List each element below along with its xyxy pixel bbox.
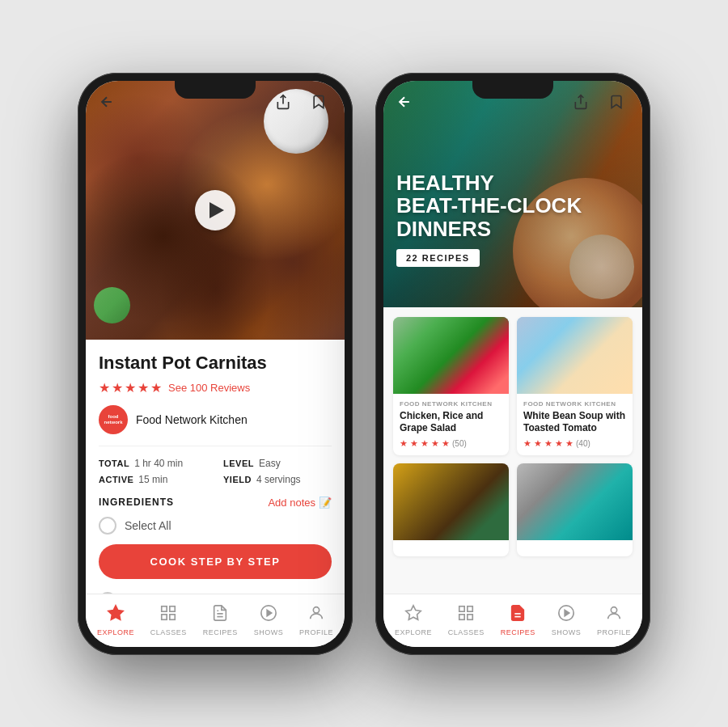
- bottom-nav-1: EXPLORE CLASSES: [86, 594, 345, 647]
- meta-yield: YIELD 4 servings: [223, 474, 332, 485]
- recipes-label-1: RECIPES: [203, 628, 238, 636]
- svg-rect-5: [170, 615, 175, 619]
- star-1: ★: [99, 380, 110, 395]
- svg-rect-2: [162, 607, 167, 611]
- notch-1: [175, 81, 256, 99]
- recipe-card-4[interactable]: [517, 463, 633, 556]
- ingredient-item-1: 3 pounds boneless pork shoulder: [99, 587, 332, 594]
- nav-explore-2[interactable]: EXPLORE: [388, 599, 438, 641]
- card-image-3: [393, 463, 509, 540]
- svg-rect-4: [162, 615, 167, 619]
- classes-icon-2: [457, 604, 475, 626]
- share-button-2[interactable]: [568, 89, 594, 115]
- recipes-icon-1: [211, 604, 229, 626]
- nav-classes-1[interactable]: CLASSES: [144, 599, 193, 641]
- recipe-content: Instant Pot Carnitas ★ ★ ★ ★ ★ See 100 R…: [86, 340, 345, 594]
- star-3: ★: [125, 380, 136, 395]
- svg-rect-14: [468, 607, 472, 611]
- svg-rect-15: [459, 615, 464, 619]
- hero-image-recipes: HEALTHY BEAT-THE-CLOCK DINNERS 22 RECIPE…: [383, 81, 642, 307]
- svg-marker-20: [565, 610, 569, 615]
- hero-title-line3: DINNERS: [396, 218, 582, 241]
- recipe-cards-grid: FOOD NETWORK KITCHEN Chicken, Rice and G…: [383, 307, 642, 594]
- svg-marker-12: [406, 606, 421, 619]
- nav-actions-2: [568, 89, 629, 115]
- meta-total: TOTAL 1 hr 40 min: [99, 458, 207, 469]
- recipe-meta: TOTAL 1 hr 40 min LEVEL Easy ACTIVE 15 m…: [99, 458, 332, 485]
- ingredients-label: INGREDIENTS: [99, 497, 174, 508]
- card-source-2: FOOD NETWORK KITCHEN: [523, 400, 626, 408]
- play-icon: [210, 202, 224, 218]
- shows-label-2: SHOWS: [552, 628, 582, 636]
- hero-image-carnitas: [86, 81, 345, 340]
- recipe-card-1[interactable]: FOOD NETWORK KITCHEN Chicken, Rice and G…: [393, 317, 509, 455]
- nav-explore-1[interactable]: EXPLORE: [91, 599, 141, 641]
- nav-profile-2[interactable]: PROFILE: [590, 599, 637, 641]
- food-network-logo: foodnetwork: [99, 405, 128, 434]
- card-image-soup: [517, 317, 633, 394]
- svg-point-10: [313, 607, 319, 613]
- play-button[interactable]: [195, 190, 235, 230]
- add-notes-text: Add notes: [268, 497, 315, 509]
- cards-row-2: [393, 463, 633, 556]
- nav-recipes-1[interactable]: RECIPES: [197, 599, 244, 641]
- profile-icon-1: [307, 604, 325, 626]
- meta-active-value: 15 min: [138, 474, 167, 485]
- nav-profile-1[interactable]: PROFILE: [293, 599, 340, 641]
- card-image-chicken: [393, 317, 509, 394]
- hero-title-line1: HEALTHY: [396, 171, 582, 195]
- classes-label-2: CLASSES: [448, 628, 485, 636]
- explore-label-1: EXPLORE: [97, 628, 134, 636]
- recipe-card-3[interactable]: [393, 463, 509, 556]
- meta-level-label: LEVEL: [223, 459, 254, 468]
- reviews-link[interactable]: See 100 Reviews: [168, 382, 250, 394]
- shows-icon-1: [260, 604, 277, 626]
- ingredients-header: INGREDIENTS Add notes 📝: [99, 497, 332, 509]
- meta-total-label: TOTAL: [99, 459, 129, 468]
- profile-icon-2: [605, 604, 623, 626]
- profile-label-1: PROFILE: [299, 628, 333, 636]
- back-button[interactable]: [99, 94, 115, 110]
- star-4: ★: [138, 380, 149, 395]
- card-reviews-1: (50): [452, 439, 467, 448]
- card-title-2: White Bean Soup with Toasted Tomato: [523, 410, 626, 435]
- classes-label-1: CLASSES: [150, 628, 187, 636]
- meta-active: ACTIVE 15 min: [99, 474, 207, 485]
- shows-icon-2: [557, 604, 575, 626]
- share-button[interactable]: [270, 89, 296, 115]
- star-5: ★: [150, 380, 162, 395]
- meta-total-value: 1 hr 40 min: [134, 458, 183, 469]
- cook-step-button[interactable]: COOK STEP BY STEP: [99, 544, 332, 579]
- svg-rect-13: [459, 607, 464, 611]
- add-notes-button[interactable]: Add notes 📝: [268, 497, 332, 509]
- bookmark-button[interactable]: [306, 89, 332, 115]
- star-2: ★: [112, 380, 123, 395]
- notch-2: [472, 81, 553, 99]
- profile-label-2: PROFILE: [597, 628, 631, 636]
- phone-2-screen: HEALTHY BEAT-THE-CLOCK DINNERS 22 RECIPE…: [383, 81, 642, 647]
- recipes-icon-2: [509, 604, 527, 626]
- bottom-nav-2: EXPLORE CLASSES: [383, 594, 642, 647]
- nav-shows-1[interactable]: SHOWS: [248, 599, 290, 641]
- select-all-checkbox[interactable]: [99, 517, 116, 535]
- meta-yield-value: 4 servings: [256, 474, 301, 485]
- back-button-2[interactable]: [396, 94, 413, 110]
- nav-classes-2[interactable]: CLASSES: [442, 599, 491, 641]
- select-all-text: Select All: [125, 519, 171, 532]
- card-source-1: FOOD NETWORK KITCHEN: [400, 400, 502, 408]
- phone-1: Instant Pot Carnitas ★ ★ ★ ★ ★ See 100 R…: [78, 73, 353, 655]
- author-row: foodnetwork Food Network Kitchen: [99, 405, 332, 446]
- card-rating-1: ★ ★ ★ ★ ★ (50): [400, 438, 502, 449]
- svg-rect-16: [468, 615, 472, 619]
- explore-label-2: EXPLORE: [395, 628, 432, 636]
- card-body-2: FOOD NETWORK KITCHEN White Bean Soup wit…: [517, 394, 633, 455]
- recipe-card-2[interactable]: FOOD NETWORK KITCHEN White Bean Soup wit…: [517, 317, 633, 455]
- recipe-count-badge: 22 RECIPES: [396, 249, 480, 267]
- card-rating-2: ★ ★ ★ ★ ★ (40): [523, 438, 626, 449]
- nav-recipes-2[interactable]: RECIPES: [494, 599, 542, 641]
- explore-icon-2: [404, 604, 422, 626]
- svg-marker-1: [108, 606, 123, 619]
- bookmark-button-2[interactable]: [603, 89, 629, 115]
- classes-icon-1: [159, 604, 177, 626]
- nav-shows-2[interactable]: SHOWS: [545, 599, 588, 641]
